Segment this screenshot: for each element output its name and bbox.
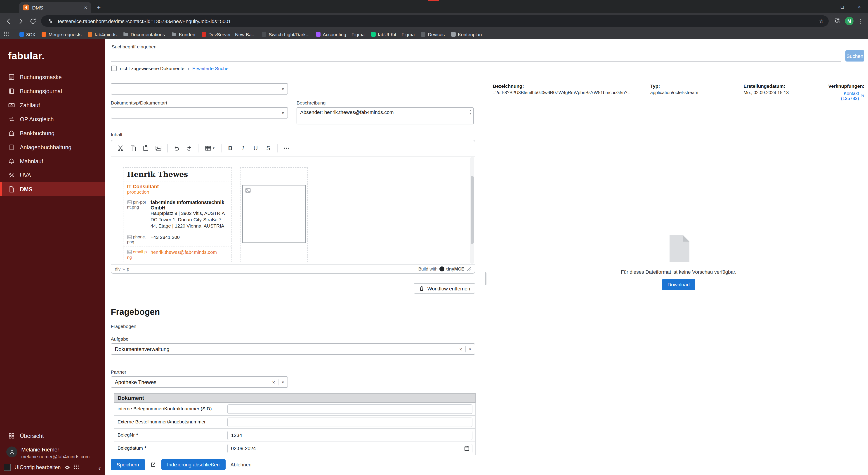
maximize-button[interactable]: □ (834, 0, 851, 13)
tab-favicon: 4 (23, 4, 29, 10)
editor-content[interactable]: Henrik Thewes IT Consultant production p… (111, 156, 475, 264)
undo-icon[interactable] (170, 142, 183, 154)
scrollbar-thumb[interactable] (471, 176, 474, 244)
element-path-p[interactable]: p (127, 266, 129, 271)
broken-image-icon (127, 235, 132, 239)
task-select[interactable]: Dokumentenverwaltung × ▾ (111, 344, 475, 355)
back-icon[interactable] (4, 17, 13, 25)
sidebar-collapse-icon[interactable]: ‹ (98, 464, 101, 472)
bookmark-fab4minds[interactable]: fab4minds (85, 31, 119, 38)
browser-menu-icon[interactable]: ⋮ (858, 18, 864, 24)
tinymce-branding[interactable]: Build with tinyMCE (418, 266, 464, 271)
table-row: BelegNr * (114, 429, 475, 442)
calendar-icon[interactable] (464, 445, 470, 451)
forward-icon[interactable] (17, 17, 25, 25)
site-info-icon[interactable] (46, 17, 54, 25)
insert-image-icon[interactable] (152, 142, 164, 154)
panel-divider[interactable] (484, 74, 487, 475)
extensions-icon[interactable] (833, 17, 841, 25)
sidebar-item-mahnlauf[interactable]: Mahnlauf (0, 154, 105, 168)
editor-scrollbar[interactable] (470, 157, 474, 264)
browser-tab[interactable]: 4 DMS × (19, 2, 91, 13)
signature-email-link[interactable]: henrik.thewes@fab4minds.com (151, 249, 217, 255)
search-label: Suchbegriff eingeben (112, 44, 864, 49)
bold-icon[interactable]: B (224, 142, 237, 154)
new-tab-button[interactable]: + (97, 4, 101, 11)
sidebar-item-dms[interactable]: DMS (0, 182, 105, 196)
unassigned-checkbox[interactable] (111, 66, 117, 71)
sidebar-item-bankbuchung[interactable]: Bankbuchung (0, 126, 105, 140)
more-options-icon[interactable] (280, 142, 292, 154)
bookmark-accounting-figma[interactable]: Accounting – Figma (313, 31, 368, 38)
bookmark-switch-theme[interactable]: Switch Light/Dark... (259, 31, 312, 38)
divider-drag-handle[interactable] (485, 272, 487, 285)
sidebar-item-anlagenbuchhaltung[interactable]: Anlagenbuchhaltung (0, 140, 105, 154)
bookmark-kunden[interactable]: Kunden (168, 30, 198, 38)
profile-avatar[interactable]: M (845, 17, 854, 25)
tab-close-icon[interactable]: × (84, 4, 87, 11)
close-button[interactable]: × (851, 0, 868, 13)
sidebar-item-label: UVA (20, 172, 31, 178)
apps-grid-icon[interactable] (4, 30, 9, 38)
element-path-div[interactable]: div (115, 266, 121, 271)
sidebar-item-zahllauf[interactable]: Zahllauf (0, 98, 105, 112)
bookmark-kontenplan[interactable]: Kontenplan (448, 31, 485, 38)
italic-icon[interactable]: I (237, 142, 249, 154)
gear-icon[interactable] (64, 464, 70, 470)
receipt-number-input[interactable] (227, 431, 472, 440)
save-button[interactable]: Speichern (111, 459, 145, 470)
download-button[interactable]: Download (662, 279, 695, 290)
clear-icon[interactable]: × (269, 379, 278, 385)
bookmark-3cx[interactable]: 3CX (17, 31, 38, 38)
uiconfig-button[interactable]: UIConfig bearbeiten (14, 465, 61, 470)
address-input[interactable]: testservice.rabenhorst.de/dms?contactSid… (41, 16, 829, 27)
bookmark-documentations[interactable]: Documentations (120, 30, 168, 38)
reject-button[interactable]: Ablehnen (230, 462, 251, 467)
empty-select[interactable]: ▾ (111, 83, 288, 94)
scrollbar-arrows[interactable]: ▲▼ (469, 109, 472, 115)
sidebar-item-op-ausgleich[interactable]: OP Ausgleich (0, 112, 105, 126)
remove-workflow-button[interactable]: Workflow entfernen (414, 283, 475, 294)
sidebar-item-uva[interactable]: UVA (0, 168, 105, 182)
strikethrough-icon[interactable]: S (262, 142, 274, 154)
journal-icon (8, 88, 15, 94)
internal-number-input[interactable] (227, 404, 472, 414)
bookmark-devices[interactable]: Devices (418, 31, 447, 38)
window-thumbnail[interactable] (4, 464, 11, 471)
receipt-date-input[interactable] (227, 444, 472, 453)
underline-icon[interactable]: U (250, 142, 262, 154)
bookmark-fabui-figma[interactable]: fabUI-Kit – Figma (368, 31, 417, 38)
description-textarea[interactable]: Absender: henrik.thewes@fab4minds.com (297, 107, 474, 124)
user-profile[interactable]: Melanie Riemer melanie.riemer@fab4minds.… (0, 443, 105, 461)
apps-menu-icon[interactable] (74, 463, 79, 471)
doc-type-select[interactable]: ▾ (111, 107, 288, 119)
minimize-button[interactable]: ─ (816, 0, 834, 13)
paste-icon[interactable] (140, 142, 152, 154)
complete-indexing-button[interactable]: Indizierung abschließen (161, 459, 225, 470)
editor-resize-handle[interactable] (467, 267, 471, 271)
open-external-icon[interactable] (150, 462, 156, 468)
sidebar-item-buchungsmaske[interactable]: Buchungsmaske (0, 70, 105, 84)
search-button[interactable]: Suchen (845, 50, 864, 61)
bookmark-devserver[interactable]: DevServer - New Ba... (199, 31, 258, 38)
user-email: melanie.riemer@fab4minds.com (21, 454, 90, 459)
clear-icon[interactable]: × (456, 346, 465, 352)
redo-icon[interactable] (183, 142, 195, 154)
table-icon[interactable]: ▾ (201, 142, 218, 154)
external-order-number-input[interactable] (227, 417, 472, 427)
copy-icon[interactable] (127, 142, 139, 154)
refresh-icon[interactable] (29, 17, 37, 25)
bookmark-merge-requests[interactable]: Merge requests (39, 31, 84, 38)
sidebar-item-uebersicht[interactable]: Übersicht (0, 429, 105, 443)
search-input[interactable] (111, 51, 841, 61)
bookmark-star-icon[interactable]: ☆ (819, 18, 824, 24)
advanced-search-link[interactable]: Erweiterte Suche (192, 66, 228, 71)
partner-select[interactable]: Apotheke Thewes × ▾ (111, 376, 288, 388)
user-avatar-icon (6, 446, 17, 457)
site-icon (316, 32, 320, 36)
chevron-down-icon: ▾ (282, 111, 284, 115)
uiconfig-row: UIConfig bearbeiten (0, 461, 105, 472)
sidebar-item-buchungsjournal[interactable]: Buchungsjournal (0, 84, 105, 98)
contact-link[interactable]: Kontakt (135783) (828, 91, 864, 101)
cut-icon[interactable] (114, 142, 127, 154)
